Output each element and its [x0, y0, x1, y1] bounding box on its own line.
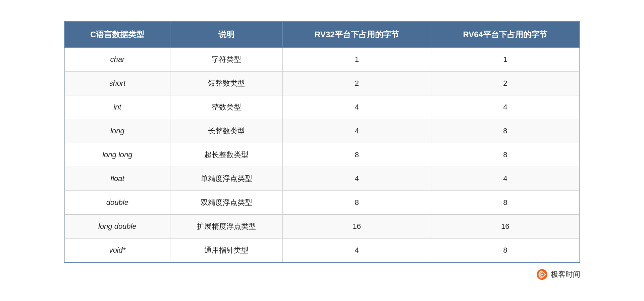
cell-rv32: 8 [283, 143, 431, 167]
cell-rv64: 8 [431, 190, 579, 214]
data-table: C语言数据类型 说明 RV32平台下占用的字节 RV64平台下占用的字节 cha… [64, 22, 580, 262]
cell-rv32: 4 [283, 238, 431, 262]
table-row: long长整数类型48 [65, 119, 580, 143]
cell-type: long double [65, 214, 170, 238]
cell-type: long long [65, 143, 170, 167]
logo-text: 极客时间 [551, 269, 580, 280]
cell-type: int [65, 95, 170, 119]
cell-desc: 字符类型 [170, 47, 282, 71]
cell-type: short [65, 71, 170, 95]
cell-rv64: 1 [431, 47, 579, 71]
cell-rv64: 16 [431, 214, 579, 238]
cell-rv32: 4 [283, 167, 431, 190]
cell-desc: 整数类型 [170, 95, 282, 119]
col-header-desc: 说明 [170, 22, 282, 47]
table-row: char字符类型11 [65, 47, 580, 71]
logo-area: 极客时间 [536, 268, 580, 281]
cell-rv64: 4 [431, 167, 579, 190]
data-table-container: C语言数据类型 说明 RV32平台下占用的字节 RV64平台下占用的字节 cha… [64, 21, 580, 263]
logo-icon [536, 268, 548, 281]
cell-type: float [65, 167, 170, 190]
cell-rv64: 8 [431, 238, 579, 262]
cell-rv32: 8 [283, 190, 431, 214]
col-header-rv64: RV64平台下占用的字节 [431, 22, 579, 47]
table-row: long long超长整数类型88 [65, 143, 580, 167]
col-header-rv32: RV32平台下占用的字节 [283, 22, 431, 47]
cell-type: long [65, 119, 170, 143]
cell-rv32: 4 [283, 95, 431, 119]
cell-rv64: 8 [431, 143, 579, 167]
cell-desc: 短整数类型 [170, 71, 282, 95]
cell-desc: 单精度浮点类型 [170, 167, 282, 190]
cell-type: char [65, 47, 170, 71]
col-header-type: C语言数据类型 [65, 22, 170, 47]
cell-desc: 长整数类型 [170, 119, 282, 143]
cell-type: void* [65, 238, 170, 262]
cell-desc: 超长整数类型 [170, 143, 282, 167]
cell-rv64: 2 [431, 71, 579, 95]
cell-rv64: 4 [431, 95, 579, 119]
table-header-row: C语言数据类型 说明 RV32平台下占用的字节 RV64平台下占用的字节 [65, 22, 580, 47]
page-wrapper: C语言数据类型 说明 RV32平台下占用的字节 RV64平台下占用的字节 cha… [64, 21, 580, 281]
table-row: float单精度浮点类型44 [65, 167, 580, 190]
table-row: void*通用指针类型48 [65, 238, 580, 262]
cell-rv32: 2 [283, 71, 431, 95]
cell-rv64: 8 [431, 119, 579, 143]
cell-rv32: 4 [283, 119, 431, 143]
cell-rv32: 1 [283, 47, 431, 71]
table-row: short短整数类型22 [65, 71, 580, 95]
table-row: double双精度浮点类型88 [65, 190, 580, 214]
cell-desc: 扩展精度浮点类型 [170, 214, 282, 238]
cell-rv32: 16 [283, 214, 431, 238]
svg-point-1 [541, 273, 543, 275]
cell-type: double [65, 190, 170, 214]
table-row: int整数类型44 [65, 95, 580, 119]
cell-desc: 通用指针类型 [170, 238, 282, 262]
cell-desc: 双精度浮点类型 [170, 190, 282, 214]
table-row: long double扩展精度浮点类型1616 [65, 214, 580, 238]
